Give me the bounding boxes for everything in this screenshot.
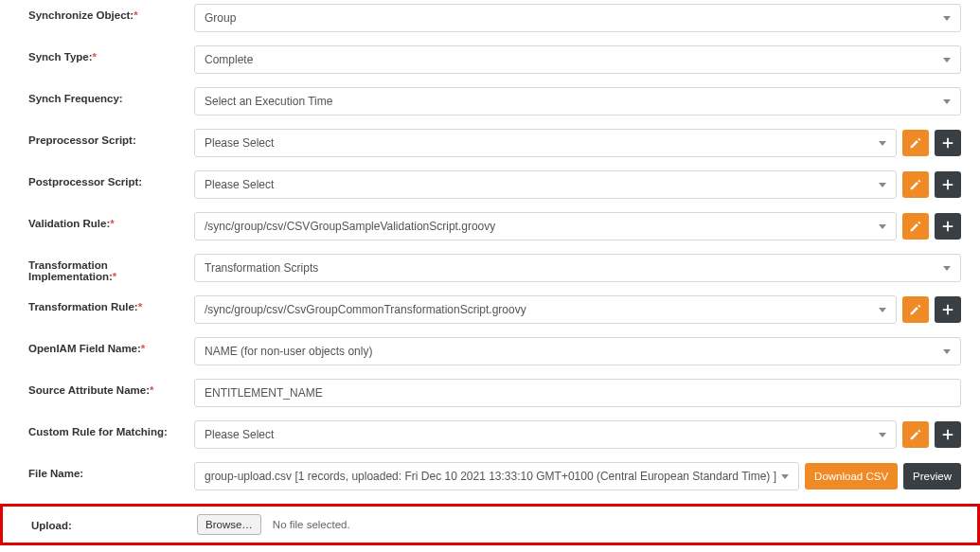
select-value: Complete [205,53,253,66]
chevron-down-icon [943,349,951,354]
preview-button[interactable]: Preview [903,463,961,490]
label-openiam-field: OpenIAM Field Name:* [28,337,194,354]
select-value: /sync/group/csv/CsvGroupCommonTransforma… [205,303,526,316]
custom-rule-select[interactable]: Please Select [194,420,897,449]
edit-button[interactable] [902,421,929,448]
label-preprocessor: Preprocessor Script: [28,129,194,146]
edit-button[interactable] [902,213,929,240]
row-openiam-field: OpenIAM Field Name:* NAME (for non-user … [28,337,961,365]
select-value: Group [205,11,236,25]
label-text: Upload: [31,520,72,531]
required-star: * [138,301,142,312]
label-source-attr: Source Attribute Name:* [28,379,194,396]
sync-object-select[interactable]: Group [194,4,961,32]
row-source-attr: Source Attribute Name:* ENTITLEMENT_NAME [28,379,961,407]
row-sync-object: Synchronize Object:* Group [28,4,961,32]
label-synch-type: Synch Type:* [28,45,194,62]
label-postprocessor: Postprocessor Script: [28,170,194,187]
chevron-down-icon [943,58,951,62]
transform-rule-select[interactable]: /sync/group/csv/CsvGroupCommonTransforma… [194,295,897,324]
add-button[interactable] [935,421,961,448]
source-attr-input[interactable]: ENTITLEMENT_NAME [194,379,961,407]
required-star: * [134,9,137,21]
label-synch-frequency: Synch Frequency: [28,87,194,104]
label-text: Transformation Implementation: [28,259,113,282]
label-text: Postprocessor Script: [28,176,142,187]
plus-icon [941,303,954,316]
pencil-icon [909,178,922,191]
label-text: Transformation Rule: [28,301,138,312]
row-preprocessor: Preprocessor Script: Please Select [28,129,961,157]
row-postprocessor: Postprocessor Script: Please Select [28,170,961,199]
required-star: * [110,218,114,229]
label-sync-object: Synchronize Object:* [28,4,194,21]
postprocessor-select[interactable]: Please Select [194,170,897,199]
synch-type-select[interactable]: Complete [194,45,961,74]
pencil-icon [909,220,922,233]
label-transform-impl: Transformation Implementation:* [28,254,194,282]
label-text: Synch Frequency: [28,93,123,104]
required-star: * [113,271,116,282]
chevron-down-icon [879,433,886,437]
browse-button[interactable]: Browse… [197,514,261,535]
row-custom-rule: Custom Rule for Matching: Please Select [28,420,961,449]
pencil-icon [909,136,922,150]
edit-button[interactable] [902,171,929,198]
input-value: ENTITLEMENT_NAME [205,386,323,400]
pencil-icon [909,303,922,316]
chevron-down-icon [781,474,789,479]
select-value: NAME (for non-user objects only) [205,345,372,358]
edit-button[interactable] [902,130,929,156]
row-synch-type: Synch Type:* Complete [28,45,961,74]
synch-frequency-select[interactable]: Select an Execution Time [194,87,961,116]
label-text: Custom Rule for Matching: [28,426,168,437]
chevron-down-icon [943,99,951,104]
chevron-down-icon [879,308,886,312]
no-file-text: No file selected. [273,519,350,530]
label-custom-rule: Custom Rule for Matching: [28,420,194,437]
label-text: Synch Type: [28,51,93,62]
label-transform-rule: Transformation Rule:* [28,295,194,312]
label-file-name: File Name: [28,462,194,479]
add-button[interactable] [935,213,961,240]
row-validation-rule: Validation Rule:* /sync/group/csv/CSVGro… [28,212,961,240]
validation-rule-select[interactable]: /sync/group/csv/CSVGroupSampleValidation… [194,212,897,240]
required-star: * [93,51,97,62]
add-button[interactable] [935,296,961,323]
select-value: group-upload.csv [1 records, uploaded: F… [205,470,776,483]
label-upload: Upload: [31,518,197,531]
select-value: Select an Execution Time [205,95,332,108]
add-button[interactable] [935,171,961,198]
row-file-name: File Name: group-upload.csv [1 records, … [28,462,961,490]
label-text: Synchronize Object: [28,9,134,21]
row-transform-rule: Transformation Rule:* /sync/group/csv/Cs… [28,295,961,324]
label-validation-rule: Validation Rule:* [28,212,194,229]
plus-icon [941,178,954,191]
preprocessor-select[interactable]: Please Select [194,129,897,157]
plus-icon [941,220,954,233]
edit-button[interactable] [902,296,929,323]
label-text: File Name: [28,468,83,479]
label-text: Preprocessor Script: [28,134,136,146]
label-text: Validation Rule: [28,218,110,229]
add-button[interactable] [935,130,961,156]
pencil-icon [909,428,922,441]
chevron-down-icon [879,183,886,187]
label-text: Source Attribute Name: [28,384,150,396]
plus-icon [941,136,954,150]
openiam-field-select[interactable]: NAME (for non-user objects only) [194,337,961,365]
transform-impl-select[interactable]: Transformation Scripts [194,254,961,282]
row-synch-frequency: Synch Frequency: Select an Execution Tim… [28,87,961,116]
row-transform-impl: Transformation Implementation:* Transfor… [28,254,961,282]
chevron-down-icon [943,266,951,271]
required-star: * [150,384,153,396]
download-csv-button[interactable]: Download CSV [805,463,898,490]
chevron-down-icon [879,141,886,146]
select-value: Transformation Scripts [205,261,318,275]
chevron-down-icon [943,16,951,21]
file-name-select[interactable]: group-upload.csv [1 records, uploaded: F… [194,462,799,490]
select-value: Please Select [205,136,274,150]
required-star: * [141,343,145,354]
row-upload-highlight: Upload: Browse… No file selected. [0,504,980,545]
chevron-down-icon [879,224,886,229]
